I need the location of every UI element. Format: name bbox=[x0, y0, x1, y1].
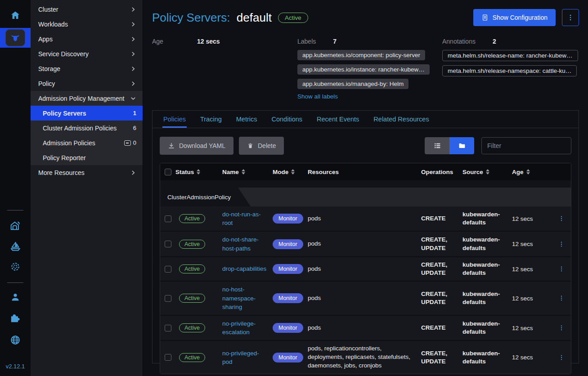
kebab-row-icon bbox=[558, 324, 565, 332]
row-checkbox[interactable] bbox=[165, 295, 171, 302]
harvester-button[interactable] bbox=[9, 240, 22, 253]
sidebar-item-storage[interactable]: Storage bbox=[31, 61, 143, 76]
list-view-button[interactable] bbox=[425, 137, 449, 154]
column-header-status[interactable]: Status bbox=[175, 169, 222, 175]
row-actions-button[interactable] bbox=[552, 240, 571, 248]
namespace-icon bbox=[124, 140, 131, 146]
sidebar-item-policy-servers[interactable]: Policy Servers1 bbox=[31, 106, 143, 121]
sidebar-top-items: ClusterWorkloadsAppsService DiscoverySto… bbox=[31, 2, 143, 91]
policy-name-link[interactable]: drop-capabilities bbox=[222, 265, 266, 272]
cluster-tile bbox=[5, 29, 25, 46]
home-button[interactable] bbox=[0, 6, 31, 24]
row-actions-button[interactable] bbox=[552, 265, 571, 273]
annotations-block: Annotations 2 meta.helm.sh/release-name:… bbox=[442, 38, 579, 100]
sidebar-item-cluster[interactable]: Cluster bbox=[31, 2, 143, 17]
row-checkbox[interactable] bbox=[165, 241, 171, 247]
filter-input[interactable] bbox=[481, 137, 571, 154]
extensions-button[interactable] bbox=[9, 313, 21, 324]
row-actions-button[interactable] bbox=[552, 215, 571, 223]
mode-badge: Monitor bbox=[273, 353, 303, 363]
sidebar-item-more-resources[interactable]: More Resources bbox=[31, 165, 143, 180]
column-label: Operations bbox=[421, 169, 453, 175]
row-checkbox[interactable] bbox=[165, 215, 171, 222]
policy-name-link[interactable]: no-privileged-pod bbox=[222, 350, 259, 365]
show-configuration-button[interactable]: Show Configuration bbox=[473, 9, 556, 26]
column-header-age[interactable]: Age bbox=[512, 169, 552, 175]
row-checkbox[interactable] bbox=[165, 325, 171, 331]
kebab-row-icon bbox=[558, 215, 565, 223]
header-actions-button[interactable] bbox=[562, 9, 579, 26]
fleet-button[interactable] bbox=[9, 261, 22, 273]
tab-metrics[interactable]: Metrics bbox=[235, 111, 258, 128]
chevron-right-icon bbox=[130, 51, 136, 57]
row-checkbox[interactable] bbox=[165, 266, 171, 273]
mode-badge: Monitor bbox=[273, 239, 303, 249]
row-checkbox[interactable] bbox=[165, 354, 171, 361]
row-actions-button[interactable] bbox=[552, 324, 571, 332]
column-header-operations[interactable]: Operations bbox=[421, 169, 462, 175]
globe-button[interactable] bbox=[9, 334, 21, 346]
age-block: Age 12 secs bbox=[152, 38, 297, 100]
column-label: Name bbox=[222, 169, 239, 175]
tab-recent-events[interactable]: Recent Events bbox=[316, 111, 360, 128]
row-actions-button[interactable] bbox=[552, 294, 571, 302]
fleet-icon bbox=[9, 261, 22, 273]
delete-button[interactable]: Delete bbox=[239, 137, 284, 155]
show-all-labels-link[interactable]: Show all labels bbox=[297, 93, 338, 100]
source-cell: kubewarden-defaults bbox=[462, 349, 512, 366]
sidebar-item-label: Cluster bbox=[38, 6, 130, 13]
longhorn-button[interactable] bbox=[9, 219, 22, 232]
kebab-icon bbox=[566, 13, 575, 22]
version-label: v2.12.1 bbox=[6, 363, 25, 370]
sort-icon bbox=[291, 169, 295, 175]
cluster-rail-item[interactable] bbox=[0, 28, 31, 48]
column-header-source[interactable]: Source bbox=[462, 169, 512, 175]
globe-icon bbox=[9, 334, 21, 346]
sidebar-item-label: Policy Servers bbox=[43, 110, 133, 117]
table-row: Activedo-not-run-as-rootMonitorpodsCREAT… bbox=[160, 206, 571, 231]
column-label: Mode bbox=[273, 169, 288, 175]
column-header-resources[interactable]: Resources bbox=[308, 169, 421, 175]
folder-icon bbox=[458, 142, 467, 150]
chevron-right-icon bbox=[130, 81, 136, 87]
column-header-name[interactable]: Name bbox=[222, 169, 273, 175]
sidebar-item-workloads[interactable]: Workloads bbox=[31, 17, 143, 31]
sidebar-item-admission-policies[interactable]: Admission Policies0 bbox=[31, 135, 143, 150]
sidebar-item-policy-reporter[interactable]: Policy Reporter bbox=[31, 150, 143, 165]
annotations-label: Annotations bbox=[442, 38, 476, 45]
page-title-name: default bbox=[237, 11, 272, 24]
tab-policies[interactable]: Policies bbox=[162, 111, 187, 128]
resources-cell: pods bbox=[308, 265, 421, 273]
sidebar-item-cluster-admission-policies[interactable]: Cluster Admission Policies6 bbox=[31, 121, 143, 135]
policy-name-link[interactable]: no-privilege-escalation bbox=[222, 320, 256, 336]
select-all-checkbox[interactable] bbox=[165, 169, 171, 175]
user-button[interactable] bbox=[9, 292, 21, 303]
column-header-mode[interactable]: Mode bbox=[273, 169, 308, 175]
tab-related-resources[interactable]: Related Resources bbox=[373, 111, 430, 128]
source-cell: kubewarden-defaults bbox=[462, 320, 512, 336]
operations-cell: CREATE, UPDATE bbox=[421, 236, 462, 252]
tab-tracing[interactable]: Tracing bbox=[199, 111, 223, 128]
sidebar-item-label: Policy bbox=[38, 80, 130, 87]
tab-conditions[interactable]: Conditions bbox=[271, 111, 304, 128]
source-cell: kubewarden-defaults bbox=[462, 236, 512, 252]
policy-name-link[interactable]: no-host-namespace-sharing bbox=[222, 286, 256, 310]
rail-group-2 bbox=[9, 292, 21, 356]
sidebar-group-admission-policy-management[interactable]: Admission Policy Management bbox=[31, 91, 143, 106]
label-chips: app.kubernetes.io/component: policy-serv… bbox=[297, 50, 442, 89]
sidebar-item-policy[interactable]: Policy bbox=[31, 76, 143, 91]
rail-divider bbox=[7, 282, 23, 283]
row-actions-button[interactable] bbox=[552, 354, 571, 362]
group-view-button[interactable] bbox=[449, 137, 474, 154]
sidebar-item-apps[interactable]: Apps bbox=[31, 31, 143, 46]
sidebar-item-service-discovery[interactable]: Service Discovery bbox=[31, 46, 143, 61]
annotations-count: 2 bbox=[493, 38, 496, 45]
policy-name-link[interactable]: do-not-share-host-paths bbox=[222, 236, 259, 251]
table-row: Activedrop-capabilitiesMonitorpodsCREATE… bbox=[160, 256, 571, 281]
row-status-badge: Active bbox=[179, 240, 205, 249]
home-icon bbox=[10, 10, 21, 21]
extensions-icon bbox=[9, 313, 21, 324]
policy-name-link[interactable]: do-not-run-as-root bbox=[222, 211, 261, 226]
download-yaml-button[interactable]: Download YAML bbox=[160, 137, 233, 155]
sidebar-item-count: 6 bbox=[133, 125, 136, 131]
